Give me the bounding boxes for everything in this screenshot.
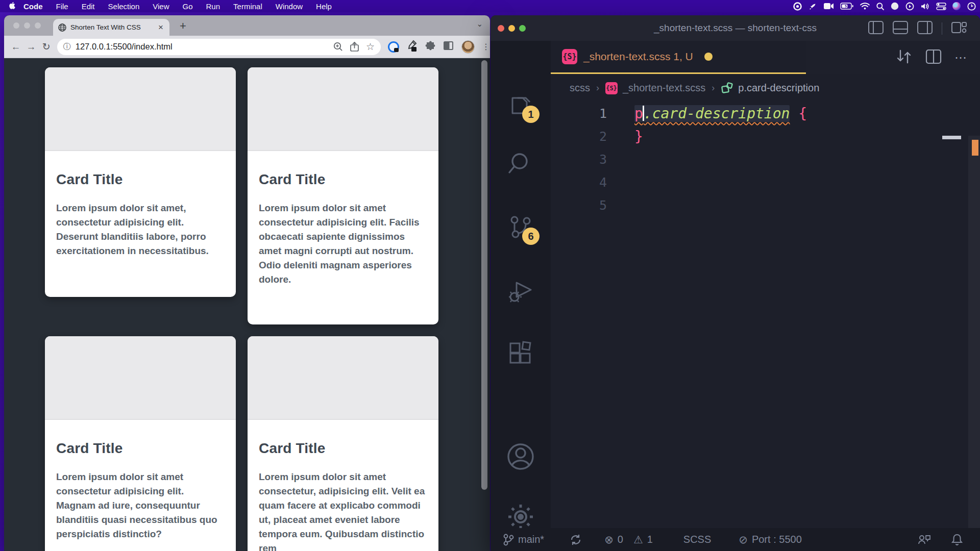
tab-close-icon[interactable]: × — [157, 22, 164, 33]
warnings-count: 1 — [647, 534, 653, 545]
editor-area: {S} _shorten-text.scss 1, U ⋯ scss › {S}… — [551, 41, 980, 528]
sidebar-item-source-control[interactable] — [491, 204, 551, 250]
apple-menu-icon[interactable] — [9, 2, 17, 11]
bookmark-star-icon[interactable]: ☆ — [366, 41, 375, 53]
card-description: Lorem ipsum dolor sit amet consectetur, … — [259, 470, 426, 551]
side-panel-icon[interactable] — [443, 41, 454, 53]
sidebar-item-explorer[interactable] — [491, 84, 551, 130]
profile-avatar[interactable] — [461, 40, 475, 54]
breadcrumb-file[interactable]: _shorten-text.scss — [623, 82, 705, 94]
globe-favicon-icon — [58, 23, 66, 32]
browser-traffic-lights — [13, 22, 41, 29]
menu-bar: Code File Edit Selection View Go Run Ter… — [0, 0, 980, 12]
spotlight-search-icon[interactable] — [876, 3, 884, 10]
record-target-icon[interactable] — [793, 2, 802, 11]
new-tab-button[interactable]: + — [180, 19, 186, 33]
reload-button[interactable]: ↻ — [39, 41, 54, 53]
breadcrumb-folder[interactable]: scss — [570, 82, 590, 94]
selector-class-token: .card-description — [644, 105, 790, 122]
menu-item-file[interactable]: File — [50, 2, 75, 11]
compare-changes-icon[interactable] — [895, 47, 913, 68]
camera-icon[interactable] — [824, 3, 834, 10]
zoom-window-button[interactable] — [35, 22, 41, 29]
chrome-menu-icon[interactable]: ⋮ — [482, 42, 490, 52]
toggle-panel-icon[interactable] — [893, 21, 908, 36]
share-icon[interactable] — [350, 42, 359, 52]
colorzilla-extension-icon[interactable] — [388, 41, 399, 53]
code-line-1: p.card-description { — [634, 102, 807, 125]
problems-status[interactable]: ⊗ 0 ⚠ 1 — [604, 534, 653, 546]
notifications-bell-icon[interactable] — [951, 534, 963, 546]
close-window-button[interactable] — [13, 22, 19, 29]
menu-item-view[interactable]: View — [146, 2, 176, 11]
minimize-window-button[interactable] — [24, 22, 30, 29]
browser-scrollbar-thumb[interactable] — [481, 60, 487, 490]
sidebar-item-extensions[interactable] — [491, 332, 551, 378]
toggle-sidebar-icon[interactable] — [868, 21, 884, 36]
symbol-class-icon — [721, 82, 734, 95]
minimize-window-button[interactable] — [508, 25, 515, 32]
customize-layout-icon[interactable] — [951, 21, 967, 36]
address-bar[interactable]: ⓘ 127.0.0.1:5500/index.html ☆ — [57, 39, 381, 55]
clock-icon[interactable] — [967, 2, 976, 11]
language-mode[interactable]: SCSS — [683, 534, 711, 545]
card: Card Title Lorem ipsum dolor sit amet co… — [248, 336, 438, 551]
menu-item-terminal[interactable]: Terminal — [227, 2, 269, 11]
browser-window: Shorten Text With CSS × + ⌄ ← → ↻ ⓘ 127.… — [4, 15, 490, 551]
siri-icon[interactable] — [952, 2, 961, 10]
feedback-icon[interactable] — [918, 534, 931, 546]
card-title: Card Title — [259, 440, 426, 457]
menu-item-edit[interactable]: Edit — [75, 2, 102, 11]
live-server-port[interactable]: ⊘ Port : 5500 — [739, 534, 801, 546]
play-circle-icon[interactable] — [905, 2, 914, 11]
account-icon[interactable] — [491, 434, 551, 480]
sidebar-item-run-debug[interactable] — [491, 268, 551, 314]
split-editor-icon[interactable] — [926, 49, 941, 66]
tab-list-chevron-icon[interactable]: ⌄ — [476, 19, 483, 29]
battery-icon[interactable] — [841, 3, 853, 10]
extensions-puzzle-icon[interactable] — [425, 40, 436, 54]
browser-tab[interactable]: Shorten Text With CSS × — [53, 19, 169, 36]
menu-item-window[interactable]: Window — [269, 2, 309, 11]
port-icon: ⊘ — [739, 534, 748, 546]
site-info-icon[interactable]: ⓘ — [63, 42, 71, 52]
card-description: Lorem ipsum dolor sit amet consectetur a… — [56, 470, 224, 541]
card: Card Title Lorem ipsum dolor sit amet co… — [248, 67, 438, 324]
breadcrumb-symbol[interactable]: p.card-description — [738, 82, 819, 94]
line-number: 3 — [551, 148, 607, 171]
toggle-secondary-sidebar-icon[interactable] — [917, 21, 933, 36]
forward-button[interactable]: → — [23, 41, 39, 53]
eyedropper-extension-icon[interactable] — [406, 40, 418, 54]
menu-item-selection[interactable]: Selection — [102, 2, 146, 11]
circle-icon[interactable] — [891, 2, 899, 10]
wifi-icon[interactable] — [860, 3, 870, 10]
card-title: Card Title — [259, 171, 426, 188]
zoom-window-button[interactable] — [519, 25, 526, 32]
url-text[interactable]: 127.0.0.1:5500/index.html — [76, 42, 326, 52]
extension-icons: ⋮ — [388, 40, 490, 54]
menu-item-go[interactable]: Go — [176, 2, 200, 11]
editor-scrollbar[interactable] — [968, 136, 980, 528]
vscode-title-bar: _shorten-text.scss — shorten-text-css — [491, 15, 980, 41]
close-brace-token: } — [634, 128, 643, 145]
editor-tab[interactable]: {S} _shorten-text.scss 1, U — [551, 41, 806, 74]
sidebar-item-search[interactable] — [491, 140, 551, 186]
web-page-content: Card Title Lorem ipsum dolor sit amet, c… — [4, 58, 490, 551]
close-window-button[interactable] — [498, 25, 504, 32]
menu-item-code[interactable]: Code — [17, 2, 50, 11]
more-actions-icon[interactable]: ⋯ — [954, 51, 968, 65]
code-editor[interactable]: 1 2 3 4 5 p.card-description { } — [551, 102, 980, 528]
menu-item-help[interactable]: Help — [309, 2, 338, 11]
volume-icon[interactable] — [921, 3, 930, 10]
back-button[interactable]: ← — [8, 41, 23, 53]
card-image-placeholder — [45, 336, 236, 420]
control-center-icon[interactable] — [937, 3, 946, 10]
git-branch-status[interactable]: main* — [503, 533, 544, 546]
rocket-icon[interactable] — [808, 2, 817, 11]
unsaved-dot-icon[interactable] — [704, 53, 713, 61]
menu-item-run[interactable]: Run — [200, 2, 227, 11]
sync-status[interactable] — [570, 534, 582, 546]
open-brace-token: { — [798, 105, 807, 122]
source-control-badge: 6 — [522, 228, 540, 245]
zoom-page-icon[interactable] — [333, 42, 343, 52]
